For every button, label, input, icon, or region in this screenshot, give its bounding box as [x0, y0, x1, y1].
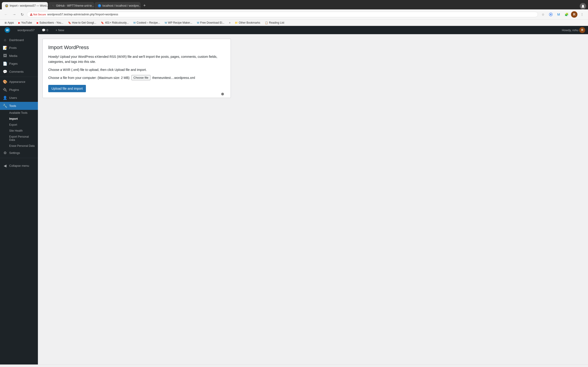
bookmark-cooked-label: Cooked – Recipe... — [137, 21, 160, 24]
tab-github[interactable]: ⚫ GitHub - WPTT/theme-unit-te... ✕ — [48, 2, 94, 9]
admin-bar-right: Howdy, rohu R — [562, 27, 585, 33]
import-description: Howdy! Upload your WordPress eXtended RS… — [48, 54, 225, 65]
bookmark-how-to-label: How to Get Googl... — [72, 21, 96, 24]
tab-localhost[interactable]: 🐬 localhost / localhost / wordpre... ✕ — [95, 2, 141, 9]
submenu-export-personal[interactable]: Export Personal Data — [0, 134, 38, 143]
sidebar-item-tools[interactable]: 🔧 Tools — [0, 102, 38, 110]
sidebar-label-dashboard: Dashboard — [9, 38, 24, 42]
howdy-text: Howdy, rohu — [562, 28, 578, 32]
submenu-site-health[interactable]: Site Health — [0, 128, 38, 134]
sidebar-label-pages: Pages — [9, 62, 18, 65]
sidebar-item-media[interactable]: 🖼 Media — [0, 52, 38, 60]
submenu-erase-personal[interactable]: Erase Personal Data — [0, 143, 38, 149]
new-tab-button[interactable]: + — [141, 2, 148, 9]
extension-icon-2[interactable]: M — [555, 11, 562, 18]
import-box: Import WordPress Howdy! Upload your Word… — [43, 39, 231, 98]
file-choose-row: Choose a file from your computer: (Maxim… — [48, 75, 225, 80]
free-download-icon: W — [197, 21, 199, 24]
sidebar-item-appearance[interactable]: 🎨 Appearance — [0, 78, 38, 86]
bookmarks-bar: ⊞ Apps ▶ YouTube ▶ Subscribers - You... … — [0, 20, 588, 26]
bookmark-free-download[interactable]: W Free Download El... — [195, 21, 226, 25]
bookmark-wp-recipe[interactable]: W WP Recipe Maker... — [163, 21, 194, 25]
sidebar-label-settings: Settings — [9, 151, 20, 155]
main-content: Import WordPress Howdy! Upload your Word… — [38, 34, 588, 365]
sidebar-label-plugins: Plugins — [9, 88, 19, 92]
appearance-icon: 🎨 — [3, 80, 7, 84]
submenu-available-tools[interactable]: Available Tools — [0, 110, 38, 116]
avatar-letter: R — [581, 28, 583, 32]
pages-icon: 📄 — [3, 61, 7, 66]
page-footer: Thank you for creating with WordPress. V… — [0, 365, 588, 367]
sidebar-collapse-menu[interactable]: ◀ Collapse menu — [0, 162, 38, 170]
choose-file-button[interactable]: Choose file — [131, 75, 150, 80]
wp-logo-icon: W — [5, 27, 10, 33]
tab-import[interactable]: 🔒 Import ‹ wordpress57 — Word... ✕ — [2, 2, 48, 9]
svg-point-3 — [550, 14, 552, 15]
reload-button[interactable]: ↻ — [19, 11, 25, 18]
avatar-icon[interactable]: R — [571, 11, 578, 18]
sidebar-item-comments[interactable]: 💬 Comments — [0, 68, 38, 76]
bookmark-other[interactable]: 📁 Other Bookmarks — [233, 21, 262, 25]
site-name-item[interactable]: wordpress57 — [16, 26, 36, 34]
comments-menu-icon: 💬 — [3, 69, 7, 74]
sidebar-item-pages[interactable]: 📄 Pages — [0, 60, 38, 68]
wp-logo-item[interactable]: W — [3, 26, 12, 34]
sidebar-item-plugins[interactable]: 🔌 Plugins — [0, 86, 38, 94]
tab-favicon: 🔒 — [5, 4, 8, 7]
submenu-export[interactable]: Export — [0, 122, 38, 128]
chosen-filename: themeunitest....wordpress.xml — [152, 76, 195, 80]
upload-file-import-button[interactable]: Upload file and import — [48, 85, 86, 92]
extension-icon-1[interactable] — [548, 11, 554, 18]
new-icon: + — [56, 28, 57, 32]
sidebar-item-posts[interactable]: 📝 Posts — [0, 44, 38, 52]
new-content-item[interactable]: + New — [54, 26, 66, 34]
tab-label-localhost: localhost / localhost / wordpre... — [103, 4, 141, 7]
youtube-icon: ▶ — [18, 21, 20, 24]
address-bar[interactable]: Not Secure wordpress57.test/wp-admin/adm… — [27, 12, 538, 17]
forward-button[interactable]: → — [11, 11, 17, 17]
menu-icon[interactable]: ⋮ — [579, 11, 585, 18]
bookmark-401[interactable]: 🔖 401+ Ridiculously... — [99, 21, 131, 25]
browser-window: 🔒 Import ‹ wordpress57 — Word... ✕ ⚫ Git… — [0, 0, 588, 26]
bookmark-youtube-label: YouTube — [21, 21, 32, 24]
tab-favicon-github: ⚫ — [52, 4, 55, 7]
bookmark-youtube[interactable]: ▶ YouTube — [17, 21, 34, 25]
subscribers-icon: ▶ — [37, 21, 39, 24]
bookmarks-more-btn[interactable]: » — [228, 21, 232, 25]
not-secure-indicator: Not Secure — [30, 13, 46, 16]
sidebar-label-users: Users — [9, 96, 17, 100]
not-secure-text: Not Secure — [33, 13, 46, 16]
cooked-icon: W — [133, 21, 136, 24]
sidebar-label-media: Media — [9, 54, 17, 58]
page-title: Import WordPress — [48, 44, 225, 50]
bookmark-apps[interactable]: ⊞ Apps — [3, 21, 16, 25]
bookmark-reading-list[interactable]: 📋 Reading List — [263, 21, 286, 25]
bookmark-how-to[interactable]: 🔖 How to Get Googl... — [66, 21, 98, 25]
sidebar-item-dashboard[interactable]: ⌂ Dashboard — [0, 36, 38, 44]
bookmark-free-download-label: Free Download El... — [200, 21, 225, 24]
sidebar-item-settings[interactable]: ⚙ Settings — [0, 149, 38, 157]
sidebar-divider-1 — [0, 77, 38, 77]
admin-avatar[interactable]: R — [579, 27, 585, 33]
bookmark-other-label: Other Bookmarks — [239, 21, 260, 24]
choose-prefix: Choose a file from your computer: (Maxim… — [48, 76, 130, 80]
bookmark-subscribers[interactable]: ▶ Subscribers - You... — [35, 21, 65, 25]
browser-toolbar: ← → ↻ Not Secure wordpress57.test/wp-adm… — [0, 9, 588, 20]
tab-label-github: GitHub - WPTT/theme-unit-te... — [56, 4, 94, 7]
bookmark-star-icon[interactable]: ☆ — [540, 11, 546, 18]
back-button[interactable]: ← — [3, 11, 9, 17]
toolbar-icons: ☆ M 🧩 R ⋮ — [540, 11, 585, 18]
apps-icon: ⊞ — [5, 21, 7, 24]
sidebar-item-users[interactable]: 👤 Users — [0, 94, 38, 102]
bookmark-cooked[interactable]: W Cooked – Recipe... — [131, 21, 162, 25]
sidebar-label-posts: Posts — [9, 46, 17, 50]
bookmark-apps-label: Apps — [8, 21, 14, 24]
collapse-icon: ◀ — [3, 164, 7, 168]
user-profile-icon[interactable] — [580, 3, 586, 9]
extension-icon-3[interactable]: 🧩 — [563, 11, 570, 18]
bookmark-wp-recipe-label: WP Recipe Maker... — [168, 21, 192, 24]
other-bookmarks-icon: 📁 — [235, 21, 238, 24]
plugins-icon: 🔌 — [3, 88, 7, 92]
comments-item[interactable]: 💬 0 — [40, 26, 50, 34]
submenu-import[interactable]: Import — [0, 116, 38, 122]
